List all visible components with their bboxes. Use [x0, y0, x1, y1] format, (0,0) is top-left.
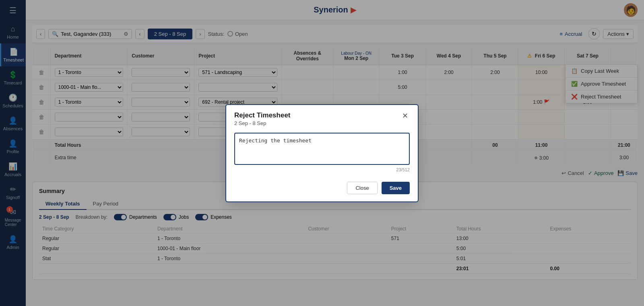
modal-overlay: Reject Timesheet 2 Sep - 8 Sep ✕ Rejecti…: [0, 0, 644, 306]
modal-close-button[interactable]: ✕: [400, 111, 410, 120]
modal-save-btn[interactable]: Save: [382, 182, 410, 194]
modal-title: Reject Timesheet: [234, 111, 291, 119]
char-count: 23/512: [234, 167, 410, 172]
modal-header: Reject Timesheet 2 Sep - 8 Sep ✕: [226, 105, 418, 130]
modal-body: Rejecting the timesheet 23/512: [226, 130, 418, 178]
rejection-reason-textarea[interactable]: Rejecting the timesheet: [234, 133, 410, 165]
modal-subtitle: 2 Sep - 8 Sep: [234, 120, 291, 126]
reject-timesheet-modal: Reject Timesheet 2 Sep - 8 Sep ✕ Rejecti…: [225, 104, 419, 202]
modal-close-btn[interactable]: Close: [347, 182, 377, 194]
modal-footer: Close Save: [226, 178, 418, 201]
